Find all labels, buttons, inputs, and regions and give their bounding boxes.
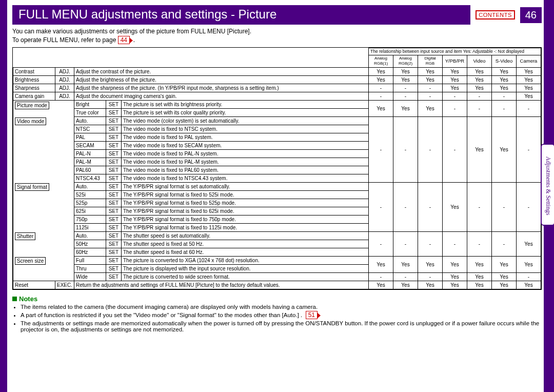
sub-desc: The Y/PB/PR signal format is fixed to 52… [122,199,369,207]
sub-desc: The video mode is fixed to SECAM system. [122,141,369,149]
group-item: Signal format [13,182,74,231]
note-item: The items related to the camera (the doc… [21,304,542,310]
sub-desc: The video mode (color system) is set aut… [122,116,369,125]
sub-desc: The picture is set with its color qualit… [122,108,369,116]
group-item: Video mode [13,116,74,182]
item-name: Sharpness [13,84,55,92]
reset-desc: Return the adjustments and settings of F… [74,281,369,289]
item-desc: Adjust the brightness of the picture. [74,75,369,84]
col-header: Y/PB/PR [443,55,467,68]
sub-desc: The Y/PB/PR signal format is fixed to 11… [122,223,369,231]
note-item: The adjustments or settings made are mem… [21,320,542,332]
item-desc: Adjust the document imaging camera's gai… [74,92,369,100]
item-desc: Adjust the contrast of the picture. [74,67,369,75]
item-name: Brightness [13,75,55,84]
contents-button[interactable]: CONTENTS [476,10,515,19]
sub-desc: The shutter speed is set automatically. [122,231,369,240]
col-header: S-Video [492,55,517,68]
col-header: Analog RGB(1) [369,55,393,68]
group-item: Screen size [13,256,74,281]
sub-desc: The picture is converted to wide screen … [122,272,369,281]
legend: The relationship between input source an… [369,48,541,55]
sub-desc: The video mode is fixed to PAL-N system. [122,149,369,158]
col-header: Digital RGB [418,55,443,68]
sub-desc: The shutter speed is fixed at 50 Hz. [122,240,369,248]
sub-desc: The picture is converted to XGA (1024 x … [122,256,369,264]
left-stripe [0,0,7,392]
sub-desc: The video mode is fixed to NTSC system. [122,125,369,133]
page-number: 46 [520,7,542,23]
sub-desc: The video mode is fixed to PAL60 system. [122,166,369,174]
intro-line1: You can make various adjustments or sett… [12,28,542,35]
sub-desc: The video mode is fixed to NTSC4.43 syst… [122,174,369,182]
right-stripe: Adjustments & Settings [544,0,554,392]
page-ref-51[interactable]: 51 [306,311,318,319]
item-name: Contrast [13,67,55,75]
group-item: Shutter [13,231,74,256]
intro-line2: To operate FULL MENU, refer to page 44 . [12,36,542,44]
col-header: Analog RGB(2) [393,55,418,68]
sub-desc: The Y/PB/PR signal format is set automat… [122,182,369,190]
notes-list: The items related to the camera (the doc… [21,304,542,332]
page-ref-44[interactable]: 44 [118,36,130,44]
sub-desc: The video mode is fixed to PAL system. [122,133,369,141]
sub-desc: The Y/PB/PR signal format is fixed to 75… [122,215,369,223]
sub-desc: The picture is set with its brightness p… [122,100,369,108]
notes-heading: Notes [12,295,542,303]
col-header: Camera [517,55,541,68]
sub-desc: The Y/PB/PR signal format is fixed to 62… [122,207,369,215]
note-item: A part of function is restricted if you … [21,311,542,319]
intro-text: To operate FULL MENU, refer to page [12,36,116,44]
page-title: FULL MENU adjustments and settings - Pic… [12,5,470,25]
settings-table: The relationship between input source an… [13,48,541,289]
sub-desc: The picture is displayed with the input … [122,264,369,272]
sub-desc: The shutter speed is fixed at 60 Hz. [122,248,369,256]
sub-desc: The Y/PB/PR signal format is fixed to 52… [122,190,369,199]
settings-table-wrap: The relationship between input source an… [12,47,542,290]
col-header: Video [467,55,492,68]
group-item: Picture mode [13,100,74,116]
page: FULL MENU adjustments and settings - Pic… [0,0,554,392]
side-tab[interactable]: Adjustments & Settings [541,144,554,226]
content-area: FULL MENU adjustments and settings - Pic… [7,0,544,392]
item-name: Camera gain [13,92,55,100]
sub-desc: The video mode is fixed to PAL-M system. [122,158,369,166]
title-bar: FULL MENU adjustments and settings - Pic… [12,5,542,25]
side-tab-label: Adjustments & Settings [544,156,552,215]
item-desc: Adjust the sharpness of the picture. (In… [74,84,369,92]
